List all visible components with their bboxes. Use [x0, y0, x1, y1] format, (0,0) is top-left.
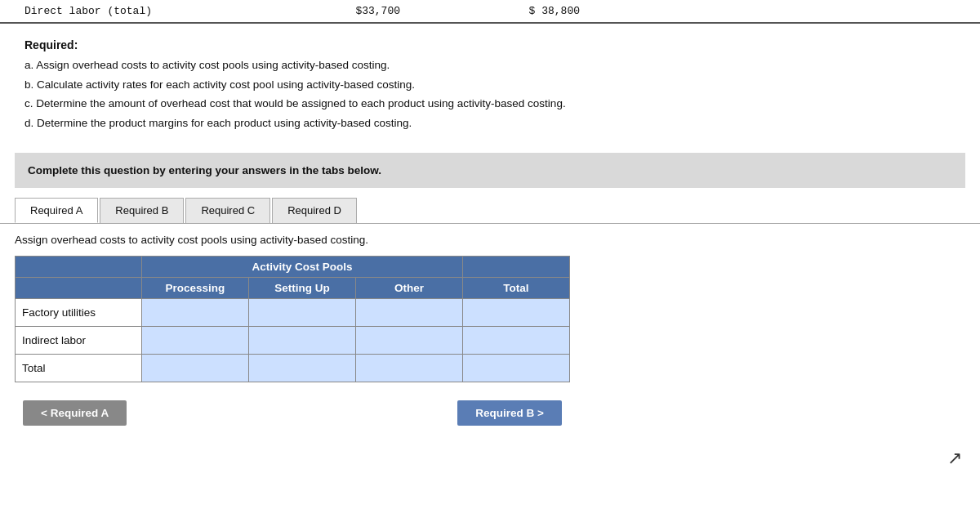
factory-utilities-processing[interactable] — [141, 299, 248, 327]
required-item-d: d. Determine the product margins for eac… — [24, 114, 956, 132]
total-setting-up[interactable] — [248, 355, 355, 382]
tab-required-c[interactable]: Required C — [185, 198, 270, 223]
row-total-label: Total — [16, 355, 142, 382]
col-setting-up: Setting Up — [248, 278, 355, 299]
total-other[interactable] — [355, 355, 462, 382]
required-heading: Required: — [24, 38, 956, 51]
total-total[interactable] — [462, 355, 569, 382]
section-description: Assign overhead costs to activity cost p… — [15, 234, 965, 246]
instruction-text: Complete this question by entering your … — [28, 164, 381, 176]
table-col-blank — [16, 278, 142, 299]
tab-required-b[interactable]: Required B — [100, 198, 184, 223]
row-indirect-labor-label: Indirect labor — [16, 327, 142, 355]
col-total: Total — [462, 278, 569, 299]
indirect-labor-processing[interactable] — [141, 327, 248, 355]
direct-labor-value2: $ 38,800 — [449, 5, 612, 17]
required-item-c: c. Determine the amount of overhead cost… — [24, 95, 956, 113]
direct-labor-value1: $33,700 — [270, 5, 449, 17]
activity-cost-pools-header: Activity Cost Pools — [141, 257, 462, 278]
indirect-labor-setting-up[interactable] — [248, 327, 355, 355]
cursor-arrow-icon: ↗ — [947, 448, 962, 469]
table-corner — [16, 257, 142, 278]
tab-required-a[interactable]: Required A — [15, 198, 98, 223]
row-factory-utilities-label: Factory utilities — [16, 299, 142, 327]
factory-utilities-other[interactable] — [355, 299, 462, 327]
col-other: Other — [355, 278, 462, 299]
total-header-blank — [462, 257, 569, 278]
indirect-labor-other[interactable] — [355, 327, 462, 355]
required-item-b: b. Calculate activity rates for each act… — [24, 76, 956, 94]
factory-utilities-total[interactable] — [462, 299, 569, 327]
factory-utilities-setting-up[interactable] — [248, 299, 355, 327]
required-item-a: a. Assign overhead costs to activity cos… — [24, 56, 956, 74]
prev-button[interactable]: < Required A — [23, 400, 127, 426]
total-processing[interactable] — [141, 355, 248, 382]
col-processing: Processing — [141, 278, 248, 299]
tab-required-d[interactable]: Required D — [272, 198, 357, 223]
indirect-labor-total[interactable] — [462, 327, 569, 355]
next-button[interactable]: Required B > — [457, 400, 562, 426]
direct-labor-label: Direct labor (total) — [24, 5, 270, 17]
